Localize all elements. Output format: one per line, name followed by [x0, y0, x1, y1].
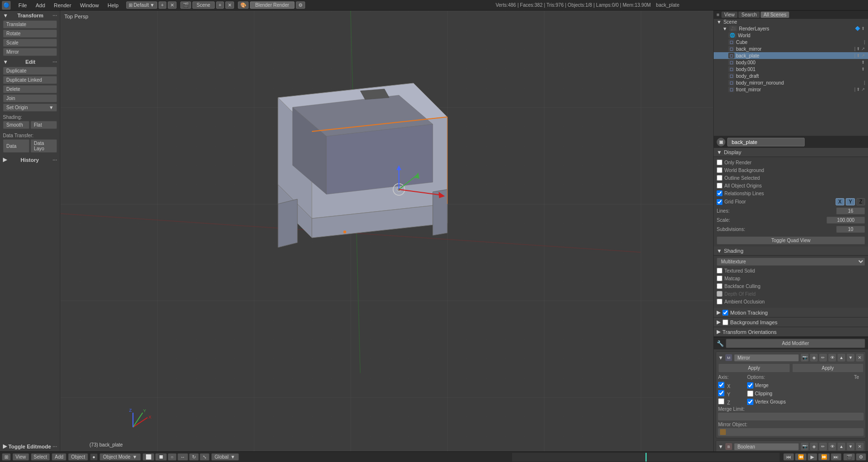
vertex-groups-checkbox[interactable] — [747, 399, 753, 405]
tab-view[interactable]: View — [721, 12, 738, 18]
layout-switcher[interactable]: ⊞ Default ▼ — [126, 1, 157, 9]
background-images-header[interactable]: ▶ Background Images — [714, 318, 868, 327]
delete-btn[interactable]: Delete — [3, 85, 57, 93]
textured-solid-check[interactable] — [717, 268, 722, 274]
b000-vis1[interactable]: ⬆ — [861, 60, 865, 65]
scene-root[interactable]: ▼ Scene — [714, 19, 868, 25]
grid-z-btn[interactable]: Z — [856, 198, 865, 205]
bp-vis1[interactable]: | — [854, 53, 855, 58]
tab-all-scenes[interactable]: All Scenes — [761, 12, 789, 18]
lines-value[interactable]: 16 — [836, 207, 865, 215]
bm-vis2[interactable]: ⬆ — [856, 46, 860, 51]
viewport[interactable]: Top Persp — [60, 11, 713, 451]
menu-help[interactable]: Help — [104, 1, 123, 9]
layout-close[interactable]: ✕ — [168, 1, 177, 9]
outline-front-mirror[interactable]: ◻ front_mirror | ⬆ ↗ — [714, 86, 868, 93]
menu-render[interactable]: Render — [50, 1, 75, 9]
prop-edit-btn[interactable]: ○ — [168, 453, 177, 461]
select-menu-btn[interactable]: Select — [31, 453, 50, 461]
duplicate-btn[interactable]: Duplicate — [3, 67, 57, 75]
timeline-area[interactable] — [512, 453, 780, 462]
background-images-check[interactable] — [722, 319, 728, 325]
scale-value[interactable]: 100.000 — [826, 217, 865, 224]
render-btn[interactable]: 🎬 — [843, 453, 855, 461]
render-engine[interactable]: Blender Render — [250, 1, 294, 9]
shading-section-header[interactable]: ▼ Shading — [714, 246, 868, 256]
jump-end-btn[interactable]: ⏭ — [831, 453, 841, 461]
scene-close[interactable]: ✕ — [225, 1, 234, 9]
scene-name[interactable]: Scene — [192, 1, 215, 9]
tab-search[interactable]: Search — [738, 12, 760, 18]
mirror-delete-icon[interactable]: ✕ — [856, 354, 864, 361]
history-section-header[interactable]: ▶ History ··· — [1, 156, 59, 164]
transform-orientations-header[interactable]: ▶ Transform Orientations — [714, 327, 868, 337]
matcap-check[interactable] — [717, 275, 722, 281]
global-frame-btn[interactable]: ⬜ — [143, 453, 154, 461]
renderlayers-action2[interactable]: ⬆ — [861, 26, 865, 31]
bm-vis3[interactable]: ↗ — [861, 46, 865, 51]
mirror-x-check[interactable] — [718, 382, 724, 388]
outline-body-mirror-noround[interactable]: ◻ body_mirrorr_noround | — [714, 79, 868, 86]
mode-dropdown[interactable]: Object Mode ▼ — [100, 453, 141, 461]
boolean-mod-name[interactable]: Boolean — [734, 443, 799, 450]
bool-camera-icon[interactable]: 📷 — [801, 443, 809, 450]
mirror-up-icon[interactable]: ▲ — [838, 354, 845, 361]
snap-btn[interactable]: 🔲 — [155, 453, 167, 461]
toggle-editmode-section[interactable]: ▶ Toggle Editmode ··· — [1, 442, 59, 450]
merge-checkbox[interactable] — [747, 382, 753, 389]
outline-back-mirror[interactable]: ◻ back_mirror | ⬆ ↗ — [714, 45, 868, 52]
mirror-object-field[interactable] — [718, 428, 864, 436]
mirror-mod-name[interactable]: Mirror — [734, 354, 799, 361]
layout-add[interactable]: + — [159, 1, 166, 9]
outline-renderlayers[interactable]: ▼ 🎥 RenderLayers 🔷 ⬆ — [714, 25, 868, 32]
mirror-collapse-btn[interactable]: ▼ — [718, 355, 723, 361]
boolean-collapse-btn[interactable]: ▼ — [718, 444, 723, 449]
subdivisions-value[interactable]: 10 — [836, 226, 865, 233]
outline-body-draft[interactable]: ◻ body_draft — [714, 72, 868, 79]
bool-render-icon[interactable]: ◈ — [810, 443, 818, 450]
mirror-btn[interactable]: Mirror — [3, 48, 57, 56]
merge-limit-slider[interactable] — [718, 413, 864, 420]
play-btn[interactable]: ▶ — [808, 453, 817, 461]
outline-body000[interactable]: ◻ body.000 ⬆ — [714, 59, 868, 66]
menu-file[interactable]: File — [15, 1, 31, 9]
set-origin-dropdown[interactable]: Set Origin ▼ — [3, 103, 57, 112]
transform-section-header[interactable]: ▼ Transform ··· — [1, 12, 59, 19]
outline-body001[interactable]: ◻ body.001 ⬆ — [714, 66, 868, 72]
menu-add[interactable]: Add — [32, 1, 49, 9]
flat-btn[interactable]: Flat — [30, 121, 57, 129]
next-frame-btn[interactable]: ⏩ — [818, 453, 830, 461]
bmn-vis1[interactable]: | — [864, 80, 865, 85]
bool-edit-icon[interactable]: ✏ — [819, 443, 827, 450]
mirror-camera-icon[interactable]: 📷 — [801, 354, 809, 361]
renderlayers-action1[interactable]: 🔷 — [855, 26, 860, 31]
bool-down-icon[interactable]: ▼ — [847, 443, 854, 450]
mirror-down-icon[interactable]: ▼ — [847, 354, 854, 361]
scale-manip-btn[interactable]: ⤡ — [200, 453, 209, 461]
cube-vis[interactable]: | — [864, 40, 865, 44]
data-btn[interactable]: Data — [3, 139, 29, 153]
grid-floor-check[interactable] — [717, 199, 722, 205]
render-settings-btn[interactable]: ⚙ — [856, 453, 866, 461]
rotate-btn[interactable]: Rotate — [3, 29, 57, 38]
data-layo-btn[interactable]: Data Layo — [30, 139, 57, 153]
backface-culling-check[interactable] — [717, 283, 722, 289]
outline-cube[interactable]: ◻ Cube | — [714, 39, 868, 45]
menu-window[interactable]: Window — [76, 1, 103, 9]
transform-manip-btn[interactable]: ↔ — [177, 453, 188, 461]
mirror-render-icon[interactable]: ◈ — [810, 354, 818, 361]
b001-vis1[interactable]: ⬆ — [861, 67, 865, 72]
only-render-check[interactable] — [717, 159, 722, 165]
bool-up-icon[interactable]: ▲ — [838, 443, 845, 450]
bp-vis2[interactable]: ⬆ — [856, 53, 860, 58]
bm-vis1[interactable]: | — [854, 46, 855, 51]
add-menu-btn[interactable]: Add — [52, 453, 66, 461]
mirror-viewport-icon[interactable]: 👁 — [828, 354, 836, 361]
object-menu-btn[interactable]: Object — [68, 453, 88, 461]
display-section-header[interactable]: ▼ Display — [714, 148, 868, 157]
outline-back-plate[interactable]: ◻ back_plate | ⬆ ↗ — [714, 52, 868, 59]
fm-vis3[interactable]: ↗ — [861, 87, 865, 92]
add-modifier-btn[interactable]: Add Modifier — [726, 339, 865, 348]
bool-delete-icon[interactable]: ✕ — [856, 443, 864, 450]
view-menu-btn[interactable]: View — [13, 453, 29, 461]
